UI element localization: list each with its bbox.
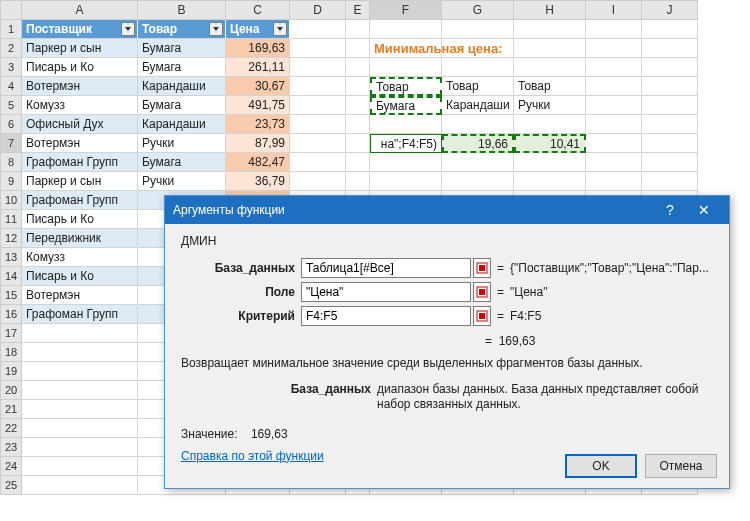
cell[interactable] — [586, 20, 642, 39]
cell[interactable] — [22, 362, 138, 381]
cell[interactable] — [370, 172, 442, 191]
cell[interactable]: 261,11 — [226, 58, 290, 77]
cell[interactable]: Товар — [514, 77, 586, 96]
cell[interactable]: Графоман Групп — [22, 305, 138, 324]
cell[interactable]: 19,66 — [442, 134, 514, 153]
arg-input[interactable] — [301, 282, 471, 302]
cell[interactable] — [346, 77, 370, 96]
cell[interactable] — [642, 20, 698, 39]
row-header[interactable]: 1 — [0, 20, 22, 39]
cell[interactable]: Бумага — [138, 39, 226, 58]
cell[interactable]: Карандаши — [442, 96, 514, 115]
cell[interactable]: Ручки — [138, 134, 226, 153]
cell[interactable]: Вотермэн — [22, 77, 138, 96]
cell[interactable]: Цена — [226, 20, 290, 39]
cell[interactable]: Бумага — [138, 153, 226, 172]
column-header[interactable]: H — [514, 0, 586, 20]
cell[interactable] — [514, 20, 586, 39]
column-header[interactable]: I — [586, 0, 642, 20]
cell[interactable]: Писарь и Ко — [22, 210, 138, 229]
cell[interactable] — [370, 58, 442, 77]
cell[interactable]: 482,47 — [226, 153, 290, 172]
cell[interactable] — [442, 58, 514, 77]
cell[interactable]: Ручки — [138, 172, 226, 191]
cell[interactable] — [514, 115, 586, 134]
range-select-icon[interactable] — [473, 282, 491, 302]
cell[interactable]: Передвижник — [22, 229, 138, 248]
cell[interactable] — [442, 153, 514, 172]
cell[interactable]: 491,75 — [226, 96, 290, 115]
ok-button[interactable]: OK — [565, 454, 637, 478]
column-header[interactable]: G — [442, 0, 514, 20]
cell[interactable] — [346, 134, 370, 153]
cell[interactable] — [370, 20, 442, 39]
row-header[interactable]: 6 — [0, 115, 22, 134]
cell[interactable] — [586, 115, 642, 134]
row-header[interactable]: 9 — [0, 172, 22, 191]
cell[interactable]: Бумага — [138, 96, 226, 115]
range-select-icon[interactable] — [473, 306, 491, 326]
cell[interactable]: Ручки — [514, 96, 586, 115]
row-header[interactable]: 25 — [0, 476, 22, 495]
cell[interactable] — [346, 153, 370, 172]
cell[interactable] — [290, 96, 346, 115]
cell[interactable]: 30,67 — [226, 77, 290, 96]
cell[interactable] — [586, 77, 642, 96]
cell[interactable]: Писарь и Ко — [22, 58, 138, 77]
cell[interactable] — [586, 172, 642, 191]
cell[interactable]: Карандаши — [138, 115, 226, 134]
cell[interactable]: Офисный Дух — [22, 115, 138, 134]
row-header[interactable]: 12 — [0, 229, 22, 248]
row-header[interactable]: 3 — [0, 58, 22, 77]
cell[interactable] — [346, 58, 370, 77]
cell[interactable] — [442, 172, 514, 191]
row-header[interactable]: 22 — [0, 419, 22, 438]
cell[interactable] — [22, 400, 138, 419]
column-header[interactable]: J — [642, 0, 698, 20]
cell[interactable] — [642, 58, 698, 77]
cell[interactable] — [586, 96, 642, 115]
cell[interactable]: Комузз — [22, 96, 138, 115]
row-header[interactable]: 23 — [0, 438, 22, 457]
cell[interactable]: 36,79 — [226, 172, 290, 191]
row-header[interactable]: 21 — [0, 400, 22, 419]
dialog-help-button[interactable]: ? — [653, 196, 687, 224]
cell[interactable] — [22, 457, 138, 476]
cell[interactable]: 23,73 — [226, 115, 290, 134]
row-header[interactable]: 5 — [0, 96, 22, 115]
cell[interactable]: Графоман Групп — [22, 153, 138, 172]
cell[interactable] — [290, 153, 346, 172]
cell[interactable] — [642, 96, 698, 115]
arg-input[interactable] — [301, 306, 471, 326]
cell[interactable] — [442, 115, 514, 134]
cell[interactable] — [642, 172, 698, 191]
column-header[interactable]: E — [346, 0, 370, 20]
range-select-icon[interactable] — [473, 258, 491, 278]
cell[interactable] — [290, 58, 346, 77]
cell[interactable]: Бумага — [138, 58, 226, 77]
cancel-button[interactable]: Отмена — [645, 454, 717, 478]
row-header[interactable]: 24 — [0, 457, 22, 476]
cell[interactable] — [586, 39, 642, 58]
column-header[interactable]: B — [138, 0, 226, 20]
cell[interactable] — [290, 77, 346, 96]
cell[interactable] — [290, 115, 346, 134]
cell[interactable] — [290, 39, 346, 58]
cell[interactable] — [642, 115, 698, 134]
cell[interactable]: Карандаши — [138, 77, 226, 96]
cell[interactable]: Писарь и Ко — [22, 267, 138, 286]
cell[interactable]: 10,41 — [514, 134, 586, 153]
cell[interactable] — [370, 115, 442, 134]
dialog-titlebar[interactable]: Аргументы функции ? ✕ — [165, 196, 729, 224]
cell[interactable] — [346, 172, 370, 191]
cell[interactable]: на";F4:F5) — [370, 134, 442, 153]
cell[interactable] — [22, 419, 138, 438]
row-header[interactable]: 11 — [0, 210, 22, 229]
cell[interactable]: Товар — [442, 77, 514, 96]
arg-input[interactable] — [301, 258, 471, 278]
cell[interactable] — [346, 96, 370, 115]
cell[interactable] — [514, 172, 586, 191]
cell[interactable]: Комузз — [22, 248, 138, 267]
row-header[interactable]: 18 — [0, 343, 22, 362]
row-header[interactable]: 4 — [0, 77, 22, 96]
